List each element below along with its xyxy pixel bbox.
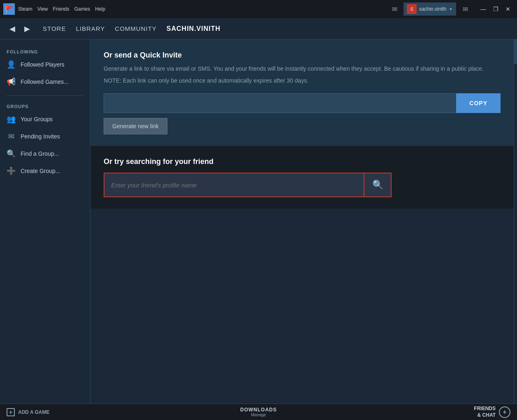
menu-friends[interactable]: Friends <box>53 6 69 12</box>
sidebar-item-label: Followed Players <box>21 61 65 68</box>
envelope-icon: ✉ <box>7 132 16 141</box>
nav-community[interactable]: COMMUNITY <box>115 25 157 32</box>
minimize-button[interactable]: — <box>478 3 489 15</box>
menu-view[interactable]: View <box>37 6 48 12</box>
groups-icon: 👥 <box>7 115 16 124</box>
friends-plus-icon: + <box>499 406 510 418</box>
search-magnify-icon: 🔍 <box>372 180 383 190</box>
nav-links: STORE LIBRARY COMMUNITY SACHIN.VINITH <box>43 25 220 32</box>
back-button[interactable]: ◀ <box>7 23 18 35</box>
win-controls: — ❐ ✕ <box>478 3 514 15</box>
restore-button[interactable]: ❐ <box>490 3 501 15</box>
plus-circle-icon: ➕ <box>7 166 16 175</box>
groups-section-title: GROUPS <box>0 101 90 111</box>
generate-new-link-button[interactable]: Generate new link <box>104 118 167 134</box>
person-icon: 👤 <box>7 60 16 69</box>
downloads-label: DOWNLOADS <box>240 407 277 413</box>
quick-invite-title: Or send a Quick Invite <box>104 51 501 60</box>
nav-library[interactable]: LIBRARY <box>76 25 105 32</box>
quick-invite-note: NOTE: Each link can only be used once an… <box>104 76 501 85</box>
title-bar-right: ✉ S sachin.vinith ▼ ✉ — ❐ ✕ <box>389 2 514 16</box>
scrollbar-track[interactable] <box>514 39 517 404</box>
dropdown-arrow-icon: ▼ <box>449 7 453 12</box>
bottom-bar: + ADD A GAME DOWNLOADS Manage FRIENDS & … <box>0 404 517 420</box>
quick-invite-link-input[interactable] <box>104 93 456 113</box>
search-container: 🔍 <box>104 173 392 197</box>
content-area: Or send a Quick Invite Generate a link t… <box>90 39 514 404</box>
search-friend-button[interactable]: 🔍 <box>364 173 391 196</box>
title-bar-left: 🚩 Steam View Friends Games Help <box>3 3 105 15</box>
search-friend-input[interactable] <box>104 173 364 196</box>
menu-games[interactable]: Games <box>74 6 90 12</box>
notification-icon[interactable]: ✉ <box>389 3 400 15</box>
nav-store[interactable]: STORE <box>43 25 66 32</box>
search-icon: 🔍 <box>7 149 16 158</box>
title-bar: 🚩 Steam View Friends Games Help ✉ S sach… <box>0 0 517 18</box>
chat-icon[interactable]: ✉ <box>459 3 471 15</box>
copy-button[interactable]: COPY <box>456 93 501 113</box>
scrollbar-thumb <box>514 39 517 64</box>
sidebar-divider <box>7 95 83 96</box>
sidebar-item-followed-players[interactable]: 👤 Followed Players <box>0 56 90 73</box>
menu-help[interactable]: Help <box>95 6 105 12</box>
forward-button[interactable]: ▶ <box>21 23 33 35</box>
search-friend-title: Or try searching for your friend <box>104 157 501 166</box>
link-row: COPY <box>104 93 501 113</box>
broadcast-icon: 📢 <box>7 77 16 86</box>
menu-steam[interactable]: Steam <box>18 6 32 12</box>
sidebar-item-pending-invites[interactable]: ✉ Pending Invites <box>0 128 90 145</box>
nav-bar: ◀ ▶ STORE LIBRARY COMMUNITY SACHIN.VINIT… <box>0 18 517 39</box>
user-name-label: sachin.vinith <box>419 6 446 12</box>
close-button[interactable]: ✕ <box>502 3 514 15</box>
quick-invite-section: Or send a Quick Invite Generate a link t… <box>90 39 514 146</box>
steam-menu-items: Steam View Friends Games Help <box>18 6 105 12</box>
downloads-manage-link[interactable]: Manage <box>240 413 277 417</box>
friends-chat-button[interactable]: FRIENDS & CHAT + <box>474 406 510 418</box>
sidebar-item-label: Your Groups <box>21 116 53 122</box>
sidebar-item-label: Pending Invites <box>21 133 60 140</box>
add-game-label: ADD A GAME <box>18 409 49 415</box>
add-game-button[interactable]: + ADD A GAME <box>7 408 49 416</box>
quick-invite-description: Generate a link to share via email or SM… <box>104 65 501 73</box>
search-input-box <box>104 173 364 197</box>
nav-arrows: ◀ ▶ <box>7 23 33 35</box>
friends-chat-label: FRIENDS & CHAT <box>474 406 496 418</box>
sidebar-item-label: Followed Games... <box>21 78 69 85</box>
downloads-center: DOWNLOADS Manage <box>240 407 277 417</box>
nav-user-active[interactable]: SACHIN.VINITH <box>167 25 220 32</box>
sidebar-item-your-groups[interactable]: 👥 Your Groups <box>0 111 90 128</box>
sidebar-item-label: Find a Group... <box>21 150 59 157</box>
user-profile[interactable]: S sachin.vinith ▼ <box>403 2 456 16</box>
search-friend-section: Or try searching for your friend 🔍 <box>90 146 514 209</box>
sidebar-item-followed-games[interactable]: 📢 Followed Games... <box>0 73 90 90</box>
sidebar-item-label: Create Group... <box>21 168 60 174</box>
sidebar-item-create-group[interactable]: ➕ Create Group... <box>0 162 90 180</box>
sidebar: FOLLOWING 👤 Followed Players 📢 Followed … <box>0 39 90 404</box>
avatar: S <box>407 4 417 14</box>
search-button-wrapper: 🔍 <box>364 173 392 197</box>
steam-flag-icon[interactable]: 🚩 <box>3 3 15 15</box>
main-layout: FOLLOWING 👤 Followed Players 📢 Followed … <box>0 39 517 404</box>
sidebar-item-find-group[interactable]: 🔍 Find a Group... <box>0 145 90 162</box>
following-section-title: FOLLOWING <box>0 46 90 56</box>
add-game-icon: + <box>7 408 15 416</box>
